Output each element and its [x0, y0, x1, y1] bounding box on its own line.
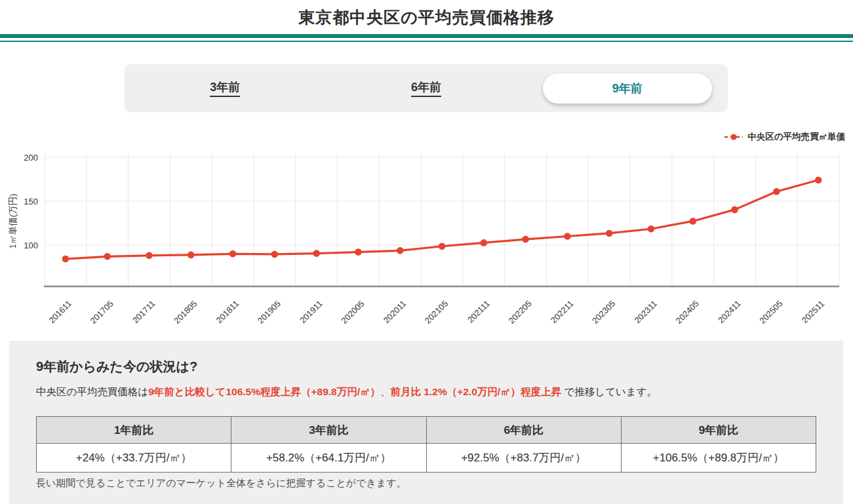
comparison-table-header-row: 1年前比3年前比6年前比9年前比 [37, 417, 816, 444]
x-tick-label: 202011 [382, 299, 408, 326]
price-trend-chart: 1001502002016112017052017112018052018112… [0, 144, 853, 334]
period-tabbar: 3年前6年前9年前 [125, 64, 728, 112]
y-tick-label: 150 [24, 197, 38, 206]
x-tick-label: 202505 [757, 299, 784, 326]
data-point [313, 250, 320, 257]
comparison-value-cell: +24%（+33.7万円/㎡） [37, 444, 231, 473]
data-point [439, 242, 446, 250]
tab-label: 3年前 [210, 79, 240, 97]
data-point [188, 252, 195, 259]
chart-canvas: 1001502002016112017052017112018052018112… [0, 144, 853, 334]
x-tick-label: 202111 [466, 299, 492, 325]
x-tick-label: 202405 [674, 299, 701, 326]
summary-note: 長い期間で見ることでエリアのマーケット全体をさらに把握することができます。 [36, 477, 407, 490]
comparison-header-cell: 1年前比 [37, 417, 231, 444]
x-tick-label: 202305 [590, 299, 617, 326]
summary-sentence-segment: 中央区の平均売買価格は [36, 386, 148, 397]
x-tick-label: 201805 [172, 299, 199, 326]
data-point [480, 239, 487, 246]
x-tick-label: 201611 [47, 299, 73, 326]
tab-label: 9年前 [612, 81, 643, 96]
x-tick-label: 202411 [716, 299, 743, 326]
x-tick-label: 201811 [214, 299, 241, 326]
tab-6年前[interactable]: 6年前 [326, 79, 527, 97]
comparison-table: 1年前比3年前比6年前比9年前比 +24%（+33.7万円/㎡）+58.2%（+… [36, 416, 816, 473]
comparison-value-cell: +58.2%（+64.1万円/㎡） [231, 444, 426, 473]
comparison-value-cell: +92.5%（+83.7万円/㎡） [426, 444, 621, 473]
data-point [815, 176, 822, 184]
comparison-header-cell: 3年前比 [231, 417, 426, 444]
data-point [522, 236, 529, 243]
page-title: 東京都中央区の平均売買価格推移 [0, 7, 853, 28]
summary-sentence-segment: で推移しています。 [561, 386, 657, 397]
data-point [146, 252, 153, 260]
data-point [606, 230, 613, 237]
tab-3年前[interactable]: 3年前 [125, 79, 326, 97]
summary-heading: 9年前からみた今の状況は? [36, 358, 197, 376]
summary-panel: 9年前からみた今の状況は? 中央区の平均売買価格は9年前と比較して106.5%程… [9, 341, 843, 504]
legend-label: 中央区の平均売買㎡単価 [747, 131, 845, 143]
data-point [564, 233, 571, 240]
data-point [62, 256, 69, 263]
data-point [731, 206, 738, 214]
comparison-table-value-row: +24%（+33.7万円/㎡）+58.2%（+64.1万円/㎡）+92.5%（+… [37, 444, 816, 473]
title-rule-thin [0, 41, 853, 42]
y-tick-label: 200 [24, 153, 38, 163]
data-point [271, 251, 279, 258]
title-rule-thick [0, 34, 853, 38]
data-point [397, 247, 404, 254]
x-tick-label: 202105 [423, 299, 450, 326]
data-point [229, 250, 237, 258]
comparison-header-cell: 9年前比 [621, 417, 816, 444]
chart-legend: 中央区の平均売買㎡単価 [724, 131, 845, 143]
y-tick-label: 100 [24, 241, 38, 250]
x-tick-label: 202511 [800, 299, 827, 326]
x-tick-label: 202311 [632, 299, 659, 326]
data-point [355, 248, 362, 256]
summary-sentence-segment: 、 [380, 386, 391, 397]
data-point [104, 253, 111, 260]
x-tick-label: 202205 [506, 299, 533, 326]
tab-label: 6年前 [411, 79, 441, 97]
summary-sentence-segment: 9年前と比較して106.5%程度上昇（+89.8万円/㎡） [148, 386, 380, 397]
x-tick-label: 201911 [298, 299, 325, 326]
y-axis-title: 1㎡単価(万円) [8, 194, 18, 249]
x-tick-label: 201705 [89, 299, 115, 326]
x-tick-label: 201711 [130, 299, 157, 326]
data-point [648, 225, 655, 233]
comparison-value-cell: +106.5%（+89.8万円/㎡） [621, 444, 816, 473]
summary-sentence-segment: 前月比 1.2%（+2.0万円/㎡）程度上昇 [391, 386, 562, 397]
tab-9年前[interactable]: 9年前 [526, 73, 728, 104]
legend-marker-icon [724, 133, 744, 141]
x-tick-label: 201905 [256, 299, 283, 326]
data-point [689, 218, 696, 225]
data-point [773, 188, 780, 195]
x-tick-label: 202005 [339, 299, 366, 326]
summary-sentence: 中央区の平均売買価格は9年前と比較して106.5%程度上昇（+89.8万円/㎡）… [36, 385, 823, 399]
x-tick-label: 202211 [549, 299, 576, 326]
comparison-header-cell: 6年前比 [426, 417, 621, 444]
